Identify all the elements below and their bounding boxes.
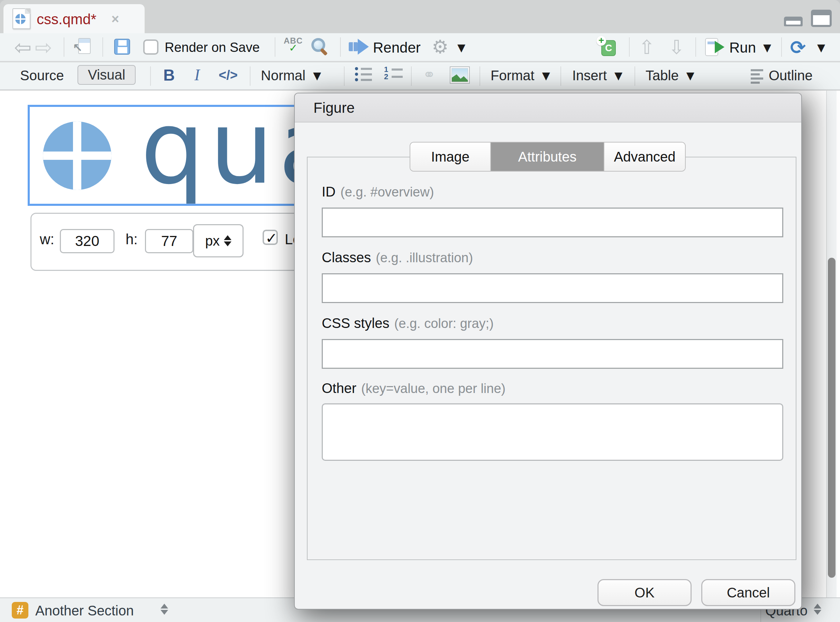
spellcheck-icon[interactable]: ABC✓ bbox=[284, 37, 303, 53]
width-label: w: bbox=[40, 231, 54, 248]
previous-chunk-icon[interactable]: ⇧ bbox=[639, 36, 655, 58]
run-icon[interactable] bbox=[705, 38, 725, 56]
dialog-header[interactable]: Figure bbox=[295, 93, 801, 122]
bold-icon[interactable]: B bbox=[163, 66, 175, 84]
other-textarea[interactable] bbox=[322, 403, 783, 461]
next-chunk-icon[interactable]: ⇩ bbox=[668, 36, 685, 58]
format-mode-updown-icon[interactable] bbox=[814, 604, 821, 615]
dialog-title: Figure bbox=[313, 100, 355, 116]
tab-close-icon[interactable]: × bbox=[111, 12, 119, 27]
visual-mode-button[interactable]: Visual bbox=[78, 65, 136, 85]
tab-title: css.qmd* bbox=[37, 11, 96, 28]
section-hash-icon: # bbox=[12, 602, 28, 619]
rerun-source-icon[interactable]: ⟳ bbox=[790, 37, 806, 58]
units-select[interactable]: px bbox=[193, 224, 244, 258]
numbered-list-icon[interactable]: 1 2 bbox=[384, 67, 403, 79]
dialog-tab-strip: Image Attributes Advanced bbox=[410, 142, 686, 172]
outline-toggle[interactable]: Outline bbox=[769, 68, 813, 83]
other-field-label: Other(key=value, one per line) bbox=[322, 381, 505, 396]
run-button[interactable]: Run bbox=[729, 40, 756, 56]
width-input[interactable] bbox=[60, 229, 114, 253]
source-options-caret-icon[interactable]: ▼ bbox=[817, 41, 825, 53]
main-toolbar: ⇦ ⇨ ↖ Render on Save ABC✓ Render ⚙ ▼ C+ … bbox=[0, 33, 840, 62]
css-styles-input[interactable] bbox=[322, 339, 783, 369]
paragraph-style-dropdown[interactable]: Normal▼ bbox=[261, 68, 321, 83]
format-menu[interactable]: Format▼ bbox=[491, 68, 550, 83]
vertical-scrollbar[interactable] bbox=[826, 91, 837, 598]
back-icon[interactable]: ⇦ bbox=[12, 37, 33, 58]
minimize-pane-icon[interactable] bbox=[784, 17, 803, 26]
outline-icon[interactable] bbox=[751, 69, 763, 84]
tab-advanced[interactable]: Advanced bbox=[604, 143, 685, 171]
render-options-caret-icon[interactable]: ▼ bbox=[457, 41, 465, 53]
tab-image[interactable]: Image bbox=[410, 143, 491, 171]
editor-tab-bar: css.qmd* × bbox=[0, 0, 840, 33]
id-field-label: ID(e.g. #overview) bbox=[322, 184, 434, 200]
lock-ratio-checkbox[interactable] bbox=[262, 230, 278, 245]
tab-attributes[interactable]: Attributes bbox=[491, 143, 604, 171]
save-icon[interactable] bbox=[114, 39, 130, 55]
italic-icon[interactable]: I bbox=[194, 66, 200, 84]
quarto-file-icon bbox=[12, 8, 30, 29]
visual-editor-toolbar: Source Visual B I </> Normal▼ 1 2 ⚭ bbox=[0, 62, 840, 90]
insert-menu[interactable]: Insert▼ bbox=[572, 68, 622, 83]
bullet-list-icon[interactable] bbox=[355, 67, 372, 81]
gear-icon[interactable]: ⚙ bbox=[432, 36, 448, 58]
link-icon[interactable]: ⚭ bbox=[423, 66, 436, 83]
render-button[interactable]: Render bbox=[373, 40, 421, 56]
maximize-pane-icon[interactable] bbox=[811, 10, 832, 27]
scrollbar-thumb[interactable] bbox=[828, 258, 835, 578]
section-navigator[interactable]: Another Section bbox=[35, 603, 134, 619]
forward-icon[interactable]: ⇨ bbox=[33, 37, 54, 58]
cancel-button[interactable]: Cancel bbox=[701, 579, 795, 606]
quarto-logo-circle-icon bbox=[43, 121, 111, 190]
run-options-caret-icon[interactable]: ▼ bbox=[763, 41, 771, 53]
render-on-save-checkbox[interactable] bbox=[143, 40, 159, 55]
height-label: h: bbox=[126, 231, 138, 248]
id-input[interactable] bbox=[322, 207, 783, 237]
table-menu[interactable]: Table▼ bbox=[646, 68, 694, 83]
insert-chunk-icon[interactable]: C+ bbox=[597, 37, 616, 56]
tab-css-qmd[interactable]: css.qmd* × bbox=[3, 4, 145, 33]
height-input[interactable] bbox=[145, 229, 194, 253]
section-updown-icon[interactable] bbox=[160, 604, 168, 615]
classes-input[interactable] bbox=[322, 273, 783, 303]
render-icon[interactable] bbox=[349, 39, 369, 55]
figure-dialog: Figure Image Attributes Advanced ID(e.g.… bbox=[294, 93, 802, 610]
source-mode-button[interactable]: Source bbox=[20, 68, 64, 83]
image-icon[interactable] bbox=[450, 66, 470, 84]
rstudio-window: css.qmd* × ⇦ ⇨ ↖ Render on Save ABC✓ Ren… bbox=[0, 0, 840, 622]
select-spinner-icon bbox=[224, 235, 232, 246]
classes-field-label: Classes(e.g. .illustration) bbox=[322, 250, 473, 265]
code-icon[interactable]: </> bbox=[219, 68, 238, 83]
open-in-new-window-icon[interactable]: ↖ bbox=[73, 38, 91, 55]
render-on-save-label: Render on Save bbox=[165, 40, 260, 55]
css-styles-field-label: CSS styles(e.g. color: gray;) bbox=[322, 316, 494, 331]
search-icon[interactable] bbox=[311, 38, 325, 52]
ok-button[interactable]: OK bbox=[598, 579, 692, 606]
